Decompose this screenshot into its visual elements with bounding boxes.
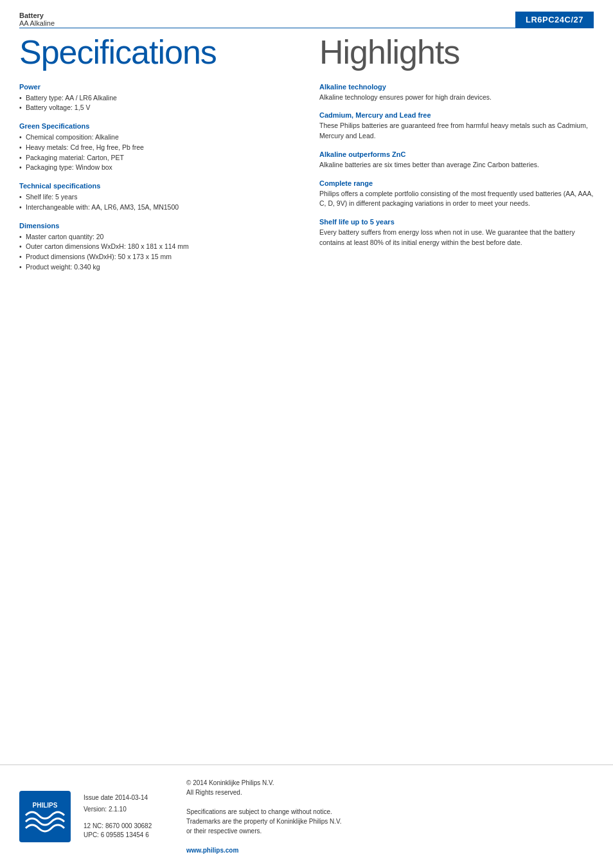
list-item: Battery type: AA / LR6 Alkaline [19, 93, 294, 104]
list-item: Packaging type: Window box [19, 163, 294, 173]
issue-date: Issue date 2014-03-14 [84, 793, 173, 802]
page-wrapper: Battery AA Alkaline LR6PC24C/27 Specific… [0, 0, 613, 868]
outperforms-text: Alkaline batteries are six times better … [319, 160, 594, 170]
copyright-line: © 2014 Koninklijke Philips N.V. [186, 778, 342, 788]
nc-number: 12 NC: 8670 000 30682 [84, 822, 173, 831]
category-sub: AA Alkaline [19, 19, 55, 27]
shelf-life-section: Shelf life up to 5 years Every battery s… [319, 218, 594, 248]
cadmium-section: Cadmium, Mercury and Lead free These Phi… [319, 111, 594, 141]
list-item: Outer carton dimensions WxDxH: 180 x 181… [19, 242, 294, 252]
power-section-title: Power [19, 83, 294, 91]
divider-line [19, 28, 594, 28]
version: Version: 2.1.10 [84, 805, 173, 814]
shelf-life-text: Every battery suffers from energy loss w… [319, 228, 594, 248]
technical-section-title: Technical specifications [19, 182, 294, 190]
philips-logo: PHILIPS [19, 791, 71, 842]
technical-section: Technical specifications Shelf life: 5 y… [19, 182, 294, 213]
green-section: Green Specifications Chemical compositio… [19, 122, 294, 173]
cadmium-text: These Philips batteries are guaranteed f… [319, 121, 594, 141]
list-item: Master carton quantity: 20 [19, 232, 294, 242]
power-list: Battery type: AA / LR6 Alkaline Battery … [19, 93, 294, 114]
highlights-column: Highlights Alkaline technology Alkaline … [306, 35, 594, 282]
shelf-life-title: Shelf life up to 5 years [319, 218, 594, 226]
list-item: Shelf life: 5 years [19, 192, 294, 203]
outperforms-section: Alkaline outperforms ZnC Alkaline batter… [319, 150, 594, 170]
list-item: Battery voltage: 1,5 V [19, 103, 294, 113]
upc-number: UPC: 6 09585 13454 6 [84, 831, 173, 840]
outperforms-title: Alkaline outperforms ZnC [319, 150, 594, 158]
category-name: Battery [19, 12, 55, 19]
rights-line: All Rights reserved. [186, 788, 342, 797]
cadmium-title: Cadmium, Mercury and Lead free [319, 111, 594, 119]
page-title: Specifications [19, 35, 294, 70]
highlights-title: Highlights [319, 35, 594, 70]
green-section-title: Green Specifications [19, 122, 294, 130]
complete-range-text: Philips offers a complete portfolio cons… [319, 189, 594, 210]
main-content: Specifications Power Battery type: AA / … [0, 35, 613, 282]
product-category: Battery AA Alkaline [19, 12, 55, 27]
green-list: Chemical composition: Alkaline Heavy met… [19, 132, 294, 173]
complete-range-section: Complete range Philips offers a complete… [319, 179, 594, 210]
footer: PHILIPS Issue date 2014-03-14 Version: 2… [0, 764, 613, 868]
list-item: Product dimensions (WxDxH): 50 x 173 x 1… [19, 252, 294, 262]
power-section: Power Battery type: AA / LR6 Alkaline Ba… [19, 83, 294, 114]
website-line: www.philips.com [186, 845, 342, 855]
specifications-column: Specifications Power Battery type: AA / … [19, 35, 306, 282]
disclaimer-line: Specifications are subject to change wit… [186, 807, 342, 836]
list-item: Packaging material: Carton, PET [19, 153, 294, 163]
footer-info: Issue date 2014-03-14 Version: 2.1.10 12… [84, 793, 173, 840]
alkaline-tech-section: Alkaline technology Alkaline technology … [319, 83, 594, 103]
dimensions-section: Dimensions Master carton quantity: 20 Ou… [19, 222, 294, 273]
technical-list: Shelf life: 5 years Interchangeable with… [19, 192, 294, 213]
list-item: Heavy metals: Cd free, Hg free, Pb free [19, 143, 294, 153]
dimensions-section-title: Dimensions [19, 222, 294, 230]
website-link[interactable]: www.philips.com [186, 847, 238, 854]
complete-range-title: Complete range [319, 179, 594, 187]
svg-text:PHILIPS: PHILIPS [33, 802, 58, 809]
list-item: Product weight: 0.340 kg [19, 262, 294, 273]
header: Battery AA Alkaline LR6PC24C/27 [0, 0, 613, 28]
dimensions-list: Master carton quantity: 20 Outer carton … [19, 232, 294, 273]
list-item: Interchangeable with: AA, LR6, AM3, 15A,… [19, 203, 294, 213]
footer-legal: © 2014 Koninklijke Philips N.V. All Righ… [186, 778, 342, 855]
product-code-bar: LR6PC24C/27 [515, 12, 594, 28]
svg-rect-0 [19, 791, 71, 842]
alkaline-tech-text: Alkaline technology ensures power for hi… [319, 93, 594, 103]
alkaline-tech-title: Alkaline technology [319, 83, 594, 91]
copyright-text: © 2014 Koninklijke Philips N.V. [186, 779, 274, 786]
list-item: Chemical composition: Alkaline [19, 132, 294, 143]
